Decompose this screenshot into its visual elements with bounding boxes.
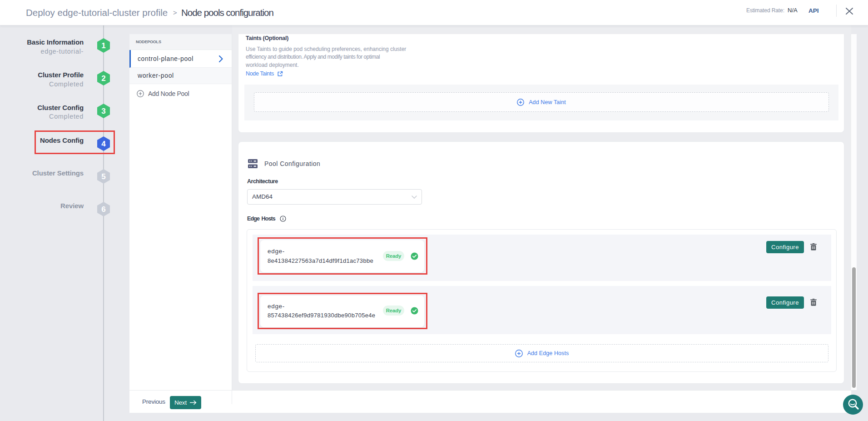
svg-text:5: 5 — [101, 172, 105, 181]
svg-text:1: 1 — [101, 41, 105, 50]
svg-text:4: 4 — [101, 140, 106, 148]
svg-text:3: 3 — [101, 107, 105, 115]
svg-text:2: 2 — [101, 74, 105, 83]
svg-text:6: 6 — [101, 205, 105, 214]
